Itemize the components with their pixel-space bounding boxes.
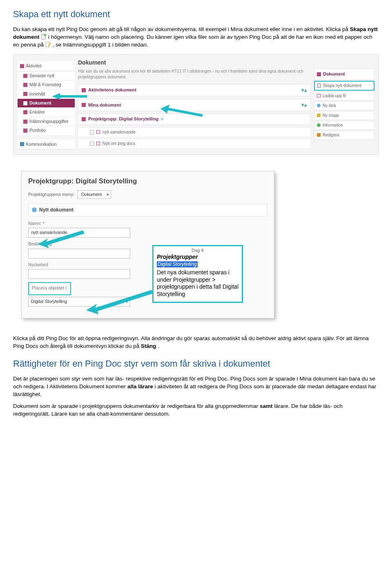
arrow-to-documents	[52, 91, 89, 105]
callout-text: Det nya dokumentet sparas i under Projek…	[157, 269, 238, 298]
rp1b: alla lärare	[127, 383, 153, 390]
file-icon	[96, 142, 100, 145]
subitem-label-2: Nytt om ping docs	[102, 141, 135, 147]
right-label-edit: Redigera	[323, 132, 339, 138]
globe-icon	[32, 207, 37, 212]
subitem-2[interactable]: Nytt om ping docs	[78, 139, 311, 149]
page-title: Dokument	[78, 59, 311, 67]
sidebar-item-portfolio[interactable]: Portfolio	[18, 126, 75, 135]
subitem-1[interactable]: nytt samskrivande	[78, 127, 311, 137]
right-item-new-doc[interactable]: Skapa nytt dokument	[314, 81, 374, 91]
file-icon	[96, 130, 100, 134]
panel-label-1: Aktivitetens dokument	[88, 87, 136, 93]
newdoc-label: Nytt dokument	[39, 207, 74, 214]
info-icon	[317, 123, 321, 127]
heading-rights: Rättigheter för en Ping Doc styr vem som…	[13, 358, 379, 370]
intro-text-a: Du kan skapa ett nytt Ping Doc genom att…	[13, 26, 350, 32]
arrow-to-projectgroup	[160, 105, 205, 121]
svg-marker-7	[86, 290, 154, 314]
assignments-icon	[23, 120, 27, 124]
callout-pg: Projektgrupper	[157, 254, 238, 261]
panel-title: Projektgrupp: Digital Storytelling	[28, 176, 267, 186]
right-header: Dokument	[314, 69, 374, 80]
sidebar-header-label: Aktivitet	[26, 63, 42, 69]
intro-para: Du kan skapa ett nytt Ping Doc genom att…	[13, 26, 379, 49]
globe-icon	[317, 104, 321, 107]
arrow-to-place	[86, 290, 156, 317]
rp2a: Dokument som är sparade i projektgruppen…	[13, 403, 260, 409]
sidebar-label-portfolio: Portfolio	[29, 127, 46, 134]
intro-text-d: , se Inlämningsuppgift 1 i bilden nedan.	[53, 42, 148, 48]
right-column: Dokument Skapa nytt dokument Ladda upp f…	[314, 59, 374, 150]
sidebar-label-docs: Dokument	[29, 100, 51, 106]
rights-para-1: Det är placeringen som styr vem som har …	[13, 375, 379, 398]
latest-icon	[23, 74, 27, 78]
right-label-link: Ny länk	[323, 103, 336, 109]
expand-icon[interactable]: ▾▴	[301, 87, 307, 94]
right-header-label: Dokument	[323, 71, 345, 77]
place-highlight: Placera objektet i:	[28, 282, 71, 295]
expand-icon[interactable]: ▾▴	[301, 101, 307, 109]
sidebar-header-comm[interactable]: Kommunikation	[18, 140, 75, 149]
right-label-folder: Ny mapp	[323, 113, 339, 118]
input-keywords[interactable]	[28, 269, 130, 279]
heading-create: Skapa ett nytt dokument	[13, 8, 379, 21]
panel-label-2: Mina dokument	[88, 102, 121, 108]
right-item-folder[interactable]: Ny mapp	[314, 111, 374, 120]
sidebar-label-goals: Mål & Framsteg	[29, 82, 61, 88]
upload-icon	[317, 94, 321, 98]
arrow-to-name	[38, 229, 87, 252]
sidebar-label-assignments: Inlämningsuppgifter	[29, 118, 69, 125]
goals-icon	[23, 83, 27, 87]
comm-icon	[20, 142, 24, 146]
surveys-icon	[23, 110, 27, 114]
page-description: Här kan du se alla dokument som hör till…	[78, 69, 311, 80]
panel-activity-docs[interactable]: Aktivitetens dokument ▾▴	[78, 84, 311, 96]
newdoc-icon	[317, 84, 321, 87]
svg-text:+: +	[44, 34, 45, 36]
checkbox-icon[interactable]	[90, 130, 94, 134]
sidebar-label-content: Innehåll	[29, 91, 45, 97]
pingdoc-icon	[45, 42, 51, 47]
right-label-newdoc: Skapa nytt dokument	[323, 83, 361, 89]
sidebar-item-surveys[interactable]: Enkäter	[18, 108, 75, 117]
sidebar-item-goals[interactable]: Mål & Framsteg	[18, 80, 75, 89]
menu-select[interactable]: Dokument	[78, 190, 111, 199]
portfolio-icon	[23, 129, 27, 133]
para-a: Klicka på ditt Ping Doc för att öppna re…	[13, 335, 369, 349]
checkbox-icon[interactable]	[90, 142, 94, 146]
para-c: .	[158, 343, 159, 349]
projectgroup-menu-row: Projektgruppens meny: Dokument	[28, 190, 267, 199]
required-star: *	[42, 221, 44, 226]
sidebar-label-surveys: Enkäter	[29, 109, 45, 115]
label-name: Namn: *	[28, 220, 267, 227]
right-item-info[interactable]: Information	[314, 121, 374, 130]
subitem-label-1: nytt samskrivande	[102, 129, 136, 135]
menu-label: Projektgruppens meny:	[28, 191, 74, 198]
sidebar-item-assignments[interactable]: Inlämningsuppgifter	[18, 117, 75, 126]
right-item-edit[interactable]: Redigera	[314, 131, 374, 140]
docs-icon	[317, 72, 321, 76]
panel-label-3: Projektgrupp: Digital Storytelling	[88, 116, 158, 122]
right-item-link[interactable]: Ny länk	[314, 101, 374, 110]
callout-day: Dag 4	[157, 248, 238, 254]
screenshot-docs-view: Aktivitet Senaste nytt Mål & Framsteg In…	[13, 54, 379, 154]
docs-icon	[23, 101, 27, 105]
folder-icon	[317, 114, 321, 117]
content-icon	[23, 92, 27, 96]
sidebar-item-latest[interactable]: Senaste nytt	[18, 71, 75, 80]
right-item-upload[interactable]: Ladda upp fil	[314, 91, 374, 100]
new-doc-icon: +	[41, 34, 47, 40]
sidebar-header-activity[interactable]: Aktivitet	[18, 61, 75, 71]
para-after-shots: Klicka på ditt Ping Doc för att öppna re…	[13, 335, 379, 350]
rights-para-2: Dokument som är sparade i projektgruppen…	[13, 403, 379, 418]
sidebar-label-comm: Kommunikation	[26, 141, 57, 147]
panel-icon	[82, 117, 86, 121]
edit-icon	[317, 133, 321, 137]
rp2b: samt	[260, 403, 273, 409]
svg-marker-4	[52, 93, 87, 100]
right-label-upload: Ladda upp fil	[323, 93, 346, 99]
svg-marker-6	[38, 230, 85, 248]
screenshot-newdoc-form: Projektgrupp: Digital Storytelling Proje…	[21, 171, 274, 319]
newdoc-header: Nytt dokument	[28, 204, 267, 216]
